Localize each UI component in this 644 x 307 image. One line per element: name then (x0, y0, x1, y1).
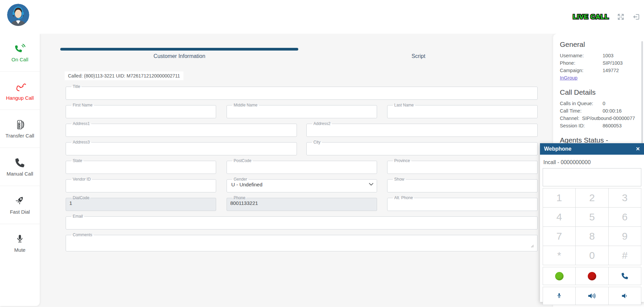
webphone-volume-button[interactable] (609, 287, 641, 305)
call-details-heading: Call Details (560, 88, 639, 96)
keypad-key-5[interactable]: 5 (576, 208, 608, 226)
email-field-group: Email (66, 214, 538, 229)
webphone-keypad: 1 2 3 4 5 6 7 8 9 * 0 # (543, 188, 641, 265)
top-bar: LIVE CALL (0, 0, 644, 34)
title-input[interactable] (69, 88, 534, 95)
webphone-body: Incall - 0000000000 1 2 3 4 5 6 7 8 9 * … (540, 155, 644, 307)
keypad-key-7[interactable]: 7 (543, 227, 575, 246)
city-field-group: City (306, 140, 538, 155)
keypad-key-2[interactable]: 2 (576, 188, 608, 207)
hangup-phone-icon (14, 81, 26, 93)
keypad-key-1[interactable]: 1 (543, 188, 575, 207)
sidebar-item-label: On Call (11, 57, 28, 62)
middle-name-input[interactable] (230, 106, 373, 114)
webphone-number-display[interactable] (543, 168, 641, 186)
microphone-icon (556, 292, 563, 300)
webphone-speaker-button[interactable] (576, 287, 608, 305)
state-input[interactable] (69, 162, 212, 170)
sidebar-item-on-call[interactable]: On Call (0, 34, 40, 72)
gender-select[interactable]: U - Undefined (230, 181, 373, 188)
sidebar-item-fast-dial[interactable]: Fast Dial (0, 186, 40, 224)
city-input[interactable] (310, 144, 534, 151)
address1-field-group: Address1 (66, 121, 297, 137)
keypad-key-9[interactable]: 9 (609, 227, 641, 246)
keypad-key-star[interactable]: * (543, 246, 575, 265)
sidebar-item-manual-call[interactable]: Manual Call (0, 148, 40, 186)
webphone-stop-button[interactable] (576, 267, 608, 285)
active-tab-indicator (60, 48, 298, 51)
webphone-dial-button[interactable] (543, 267, 575, 285)
sidebar-item-transfer-call[interactable]: Transfer Call (0, 110, 40, 148)
province-field-group: Province (387, 158, 538, 174)
session-id-label: Session ID: (560, 122, 603, 129)
email-input[interactable] (69, 218, 534, 225)
keypad-key-0[interactable]: 0 (576, 246, 608, 265)
campaign-value: 149772 (603, 67, 619, 74)
logout-exit-icon[interactable] (633, 13, 640, 21)
address3-field-group: Address3 (66, 140, 297, 155)
webphone-audio-controls (543, 287, 641, 305)
gender-field-group: Gender U - Undefined (227, 177, 377, 192)
stop-red-dot-icon (588, 272, 596, 280)
session-id-row: Session ID: 8600053 (560, 122, 639, 129)
speaker-low-icon (621, 292, 629, 300)
calls-in-queue-row: Calls in Queue: 0 (560, 100, 639, 107)
webphone-call-status: Incall - 0000000000 (543, 159, 641, 165)
phone-field-group: Phone (227, 195, 377, 211)
channel-label: Channel: (560, 115, 579, 122)
webphone-header[interactable]: Webphone ✕ (540, 143, 644, 155)
channel-value: SIP/outbound-00000077 (582, 115, 635, 122)
keypad-key-hash[interactable]: # (609, 246, 641, 265)
postcode-field-group: PostCode (227, 158, 377, 174)
tab-customer-information[interactable]: Customer Information (60, 53, 299, 59)
left-sidebar: On Call Hangup Call (0, 34, 40, 306)
webphone-handset-button[interactable] (609, 267, 641, 285)
address2-input[interactable] (310, 125, 534, 132)
address3-input[interactable] (69, 144, 293, 151)
show-input[interactable] (391, 181, 534, 188)
calls-in-queue-value: 0 (603, 100, 605, 107)
sidebar-item-hangup-call[interactable]: Hangup Call (0, 72, 40, 110)
sidebar-item-mute[interactable]: Mute (0, 224, 40, 262)
gender-selected-value: U - Undefined (231, 182, 263, 187)
phone-handset-icon (621, 272, 629, 280)
sidebar-item-label: Fast Dial (10, 209, 30, 215)
vendor-id-input[interactable] (69, 181, 212, 188)
province-input[interactable] (391, 162, 534, 170)
dialcode-field-group: DialCode (66, 195, 216, 211)
phone-input[interactable] (230, 199, 373, 207)
call-time-label: Call Time: (560, 107, 603, 115)
comments-textarea[interactable] (69, 236, 534, 248)
phone-waves-icon (14, 43, 26, 54)
dialcode-input[interactable] (69, 199, 212, 207)
title-field-group: Title (66, 84, 538, 100)
keypad-key-8[interactable]: 8 (576, 227, 608, 246)
webphone-mic-button[interactable] (543, 287, 575, 305)
microphone-icon (14, 234, 25, 245)
webphone-title: Webphone (544, 146, 571, 152)
phone-value: SIP/1003 (603, 59, 623, 67)
postcode-input[interactable] (230, 162, 373, 170)
state-field-group: State (66, 158, 216, 174)
keypad-key-4[interactable]: 4 (543, 208, 575, 226)
general-heading: General (560, 40, 639, 49)
first-name-input[interactable] (69, 106, 212, 114)
ingroup-link[interactable]: InGroup (560, 74, 577, 82)
panel-scrollbar-thumb[interactable] (641, 41, 643, 151)
middle-name-field-group: Middle Name (227, 103, 377, 118)
username-value: 1003 (603, 52, 613, 59)
keypad-key-6[interactable]: 6 (609, 208, 641, 226)
keypad-key-3[interactable]: 3 (609, 188, 641, 207)
webphone-call-controls (543, 267, 641, 285)
last-name-input[interactable] (391, 106, 534, 114)
fullscreen-expand-icon[interactable] (617, 13, 624, 21)
address1-input[interactable] (69, 125, 293, 132)
close-icon[interactable]: ✕ (636, 146, 640, 152)
session-id-value: 8600053 (603, 122, 621, 129)
live-call-badge: LIVE CALL (573, 13, 609, 21)
tab-script[interactable]: Script (299, 53, 538, 59)
comments-field-group: Comments (66, 233, 538, 251)
calls-in-queue-label: Calls in Queue: (560, 100, 603, 107)
alt-phone-input[interactable] (391, 199, 534, 207)
username-label: Username: (560, 52, 603, 59)
